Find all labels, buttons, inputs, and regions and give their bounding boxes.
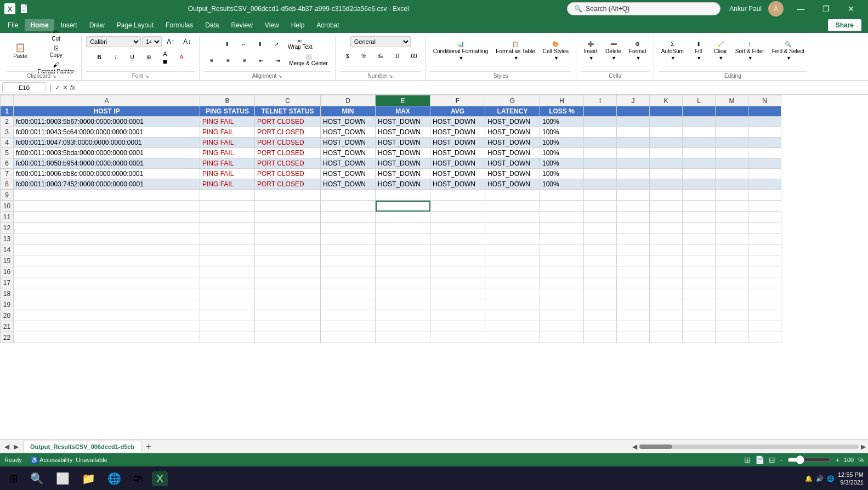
- col-header-k[interactable]: K: [650, 95, 683, 106]
- empty-cell-r16-c6[interactable]: [485, 266, 540, 277]
- decrease-decimal-button[interactable]: .0: [389, 48, 405, 64]
- empty-cell-r11-c8[interactable]: [584, 212, 617, 223]
- cell-r6-c6[interactable]: HOST_DOWN: [485, 158, 540, 169]
- empty-cell-r12-c13[interactable]: [748, 223, 781, 233]
- empty-cell-r15-c9[interactable]: [617, 255, 650, 266]
- empty-cell-r22-c10[interactable]: [650, 332, 683, 343]
- merge-center-button[interactable]: ⬜ Merge & Center: [286, 53, 331, 68]
- empty-cell-r17-c11[interactable]: [683, 277, 716, 288]
- empty-cell-r21-c7[interactable]: [540, 321, 584, 332]
- cell-r4-c3[interactable]: HOST_DOWN: [321, 138, 376, 148]
- empty-cell-r20-c4[interactable]: [376, 310, 430, 321]
- scroll-right-icon[interactable]: ▶: [861, 443, 866, 451]
- tab-nav-prev[interactable]: ◀: [2, 442, 12, 452]
- row-number-8[interactable]: 8: [1, 179, 14, 190]
- empty-cell-r6-c10[interactable]: [650, 158, 683, 169]
- empty-header-8[interactable]: [584, 106, 617, 117]
- cell-r6-c4[interactable]: HOST_DOWN: [376, 158, 430, 169]
- empty-cell-r8-c10[interactable]: [650, 179, 683, 190]
- empty-cell-r12-c5[interactable]: [430, 223, 485, 233]
- cell-styles-button[interactable]: 🎨 Cell Styles ▼: [540, 36, 571, 66]
- taskbar-sound-icon[interactable]: 🔊: [816, 475, 824, 482]
- empty-cell-r9-c8[interactable]: [584, 190, 617, 201]
- empty-cell-r10-c10[interactable]: [650, 201, 683, 212]
- cell-r3-c0[interactable]: fc00:0011:0043:5c64:0000:0000:0000:0001: [14, 127, 200, 138]
- empty-cell-r12-c3[interactable]: [321, 223, 376, 233]
- store-button[interactable]: 🛍: [129, 471, 149, 486]
- page-layout-button[interactable]: 📄: [755, 455, 764, 464]
- empty-cell-r20-c6[interactable]: [485, 310, 540, 321]
- empty-cell-r6-c8[interactable]: [584, 158, 617, 169]
- row-number-14[interactable]: 14: [1, 244, 14, 255]
- empty-cell-r14-c9[interactable]: [617, 244, 650, 255]
- empty-cell-r18-c0[interactable]: [14, 288, 200, 299]
- cell-r5-c6[interactable]: HOST_DOWN: [485, 148, 540, 158]
- wrap-text-button[interactable]: ⇤ Wrap Text: [285, 36, 315, 52]
- empty-cell-r17-c13[interactable]: [748, 277, 781, 288]
- empty-cell-r13-c10[interactable]: [650, 233, 683, 244]
- autosum-button[interactable]: Σ AutoSum ▼: [659, 36, 687, 66]
- row-number-17[interactable]: 17: [1, 277, 14, 288]
- name-box[interactable]: E10: [2, 82, 46, 93]
- menu-file[interactable]: File: [2, 19, 24, 31]
- header-cell-2[interactable]: TELNET STATUS: [255, 106, 321, 117]
- empty-header-10[interactable]: [650, 106, 683, 117]
- empty-cell-r18-c7[interactable]: [540, 288, 584, 299]
- empty-cell-r18-c3[interactable]: [321, 288, 376, 299]
- borders-button[interactable]: ⊞: [141, 49, 156, 65]
- empty-cell-r14-c3[interactable]: [321, 244, 376, 255]
- header-cell-7[interactable]: LOSS %: [540, 106, 584, 117]
- format-as-table-button[interactable]: 📋 Format as Table ▼: [493, 36, 538, 66]
- col-header-b[interactable]: B: [200, 95, 255, 106]
- cell-r2-c7[interactable]: 100%: [540, 117, 584, 127]
- cut-button[interactable]: ✂ Cut: [35, 27, 77, 42]
- empty-cell-r18-c6[interactable]: [485, 288, 540, 299]
- empty-cell-r5-c13[interactable]: [748, 148, 781, 158]
- empty-cell-r8-c12[interactable]: [716, 179, 748, 190]
- cell-r7-c5[interactable]: HOST_DOWN: [430, 169, 485, 179]
- zoom-slider[interactable]: [787, 455, 831, 464]
- empty-cell-r18-c8[interactable]: [584, 288, 617, 299]
- indent-decrease-button[interactable]: ⇤: [253, 53, 269, 68]
- empty-cell-r15-c2[interactable]: [255, 255, 321, 266]
- empty-cell-r10-c12[interactable]: [716, 201, 748, 212]
- empty-cell-r18-c13[interactable]: [748, 288, 781, 299]
- empty-cell-r21-c9[interactable]: [617, 321, 650, 332]
- empty-cell-r2-c9[interactable]: [617, 117, 650, 127]
- increase-decimal-button[interactable]: .00: [406, 48, 421, 64]
- empty-cell-r8-c13[interactable]: [748, 179, 781, 190]
- empty-cell-r11-c6[interactable]: [485, 212, 540, 223]
- empty-header-9[interactable]: [617, 106, 650, 117]
- empty-cell-r12-c2[interactable]: [255, 223, 321, 233]
- row-number-7[interactable]: 7: [1, 169, 14, 179]
- empty-cell-r15-c12[interactable]: [716, 255, 748, 266]
- empty-cell-r19-c2[interactable]: [255, 299, 321, 310]
- tab-nav-next[interactable]: ▶: [12, 442, 21, 452]
- empty-cell-r13-c8[interactable]: [584, 233, 617, 244]
- empty-cell-r9-c1[interactable]: [200, 190, 255, 201]
- empty-cell-r22-c7[interactable]: [540, 332, 584, 343]
- empty-cell-r21-c5[interactable]: [430, 321, 485, 332]
- empty-cell-r9-c0[interactable]: [14, 190, 200, 201]
- cell-r3-c3[interactable]: HOST_DOWN: [321, 127, 376, 138]
- insert-button[interactable]: ➕ Insert ▼: [581, 36, 600, 66]
- empty-cell-r17-c9[interactable]: [617, 277, 650, 288]
- empty-cell-r10-c6[interactable]: [485, 201, 540, 212]
- minimize-button[interactable]: —: [788, 0, 813, 18]
- empty-cell-r11-c5[interactable]: [430, 212, 485, 223]
- empty-cell-r12-c11[interactable]: [683, 223, 716, 233]
- empty-cell-r20-c8[interactable]: [584, 310, 617, 321]
- empty-cell-r16-c13[interactable]: [748, 266, 781, 277]
- fill-color-button[interactable]: A▄: [157, 49, 173, 65]
- empty-cell-r11-c11[interactable]: [683, 212, 716, 223]
- empty-cell-r14-c7[interactable]: [540, 244, 584, 255]
- empty-cell-r9-c2[interactable]: [255, 190, 321, 201]
- empty-cell-r10-c11[interactable]: [683, 201, 716, 212]
- empty-cell-r21-c3[interactable]: [321, 321, 376, 332]
- empty-cell-r4-c11[interactable]: [683, 138, 716, 148]
- empty-cell-r13-c11[interactable]: [683, 233, 716, 244]
- empty-cell-r12-c8[interactable]: [584, 223, 617, 233]
- empty-cell-r19-c7[interactable]: [540, 299, 584, 310]
- empty-cell-r3-c10[interactable]: [650, 127, 683, 138]
- empty-cell-r21-c6[interactable]: [485, 321, 540, 332]
